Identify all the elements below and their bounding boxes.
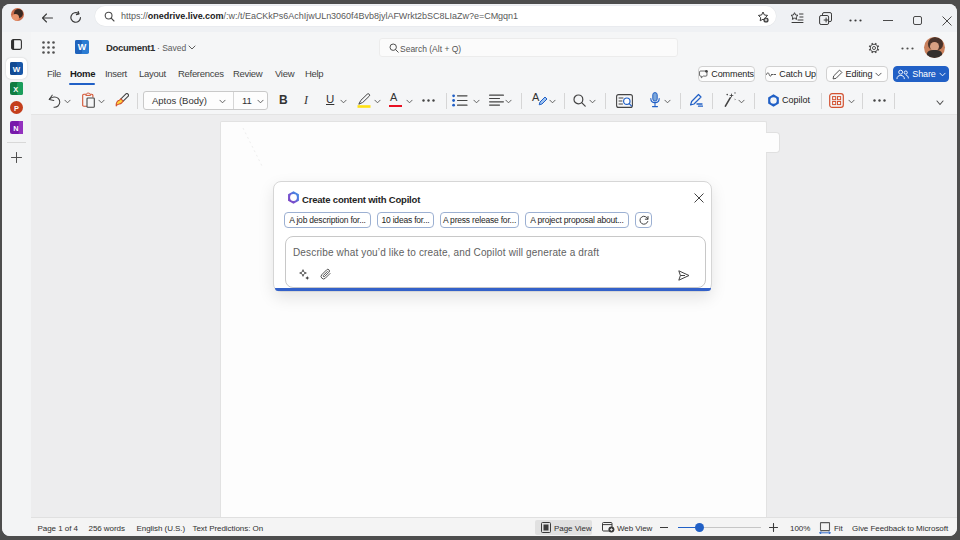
svg-text:X: X bbox=[13, 85, 18, 94]
svg-text:P: P bbox=[14, 104, 19, 113]
svg-text:W: W bbox=[13, 65, 21, 74]
svg-text:N: N bbox=[13, 124, 18, 133]
svg-text:W: W bbox=[78, 42, 87, 52]
